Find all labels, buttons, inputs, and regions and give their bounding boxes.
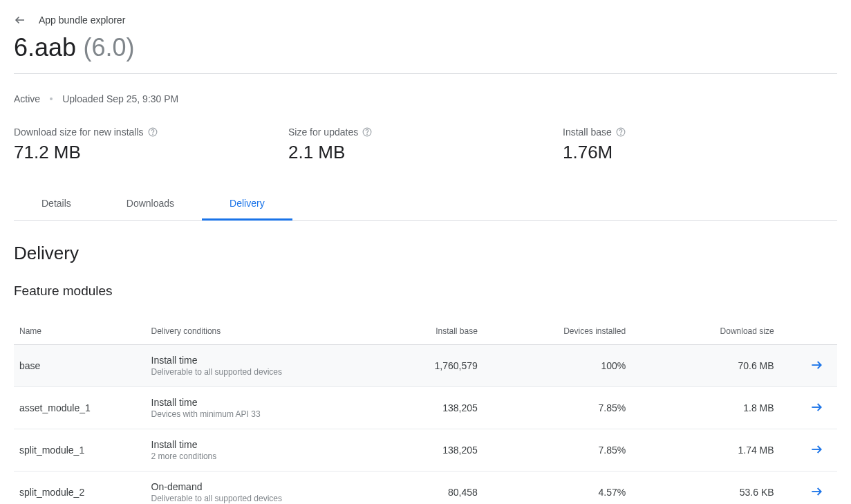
- col-name: Name: [14, 318, 146, 345]
- col-devices: Devices installed: [483, 318, 631, 345]
- table-row[interactable]: baseInstall timeDeliverable to all suppo…: [14, 345, 837, 387]
- help-icon[interactable]: [362, 127, 372, 137]
- arrow-right-icon[interactable]: [810, 442, 823, 456]
- section-title: Delivery: [14, 243, 837, 264]
- help-icon[interactable]: [616, 127, 626, 137]
- svg-point-4: [367, 134, 368, 135]
- arrow-right-icon[interactable]: [810, 358, 823, 372]
- back-arrow-icon[interactable]: [14, 14, 26, 26]
- cell-name: base: [14, 345, 146, 387]
- cell-name: split_module_2: [14, 472, 146, 505]
- cell-install-base: 80,458: [359, 472, 483, 505]
- status-uploaded: Uploaded Sep 25, 9:30 PM: [62, 93, 178, 104]
- tab-downloads[interactable]: Downloads: [99, 188, 202, 220]
- cell-arrow: [780, 472, 837, 505]
- status-separator-dot: [50, 97, 53, 100]
- metric-install-base: Install base 1.76M: [563, 127, 837, 163]
- metric-install-base-value: 1.76M: [563, 142, 837, 163]
- metric-install-base-label: Install base: [563, 127, 612, 138]
- metric-download-size-label: Download size for new installs: [14, 127, 144, 138]
- cell-arrow: [780, 429, 837, 472]
- arrow-right-icon[interactable]: [810, 485, 823, 498]
- cell-install-base: 138,205: [359, 429, 483, 472]
- tabs: Details Downloads Delivery: [14, 188, 837, 221]
- help-icon[interactable]: [148, 127, 158, 137]
- cell-conditions: Install time2 more conditions: [146, 429, 360, 472]
- cell-name: split_module_1: [14, 429, 146, 472]
- cell-install-base: 1,760,579: [359, 345, 483, 387]
- feature-modules-table: Name Delivery conditions Install base De…: [14, 318, 837, 504]
- cell-devices: 4.57%: [483, 472, 631, 505]
- svg-point-2: [152, 134, 153, 135]
- metric-download-size: Download size for new installs 71.2 MB: [14, 127, 288, 163]
- cell-name: asset_module_1: [14, 387, 146, 429]
- svg-point-6: [621, 134, 621, 135]
- breadcrumb-label[interactable]: App bundle explorer: [39, 15, 125, 26]
- cell-conditions: On-demandDeliverable to all supported de…: [146, 472, 360, 505]
- cell-devices: 7.85%: [483, 429, 631, 472]
- bundle-name: 6.aab: [14, 33, 76, 62]
- tab-delivery[interactable]: Delivery: [202, 188, 292, 221]
- metric-update-size-label: Size for updates: [288, 127, 358, 138]
- col-conditions: Delivery conditions: [146, 318, 360, 345]
- cell-arrow: [780, 387, 837, 429]
- cell-devices: 7.85%: [483, 387, 631, 429]
- col-download-size: Download size: [631, 318, 779, 345]
- cell-download-size: 53.6 KB: [631, 472, 779, 505]
- cell-conditions: Install timeDevices with minimum API 33: [146, 387, 360, 429]
- cell-download-size: 1.8 MB: [631, 387, 779, 429]
- metric-download-size-value: 71.2 MB: [14, 142, 288, 163]
- metric-update-size-value: 2.1 MB: [288, 142, 563, 163]
- status-active: Active: [14, 93, 40, 104]
- cell-download-size: 1.74 MB: [631, 429, 779, 472]
- cell-conditions: Install timeDeliverable to all supported…: [146, 345, 360, 387]
- bundle-version: (6.0): [84, 33, 135, 62]
- cell-devices: 100%: [483, 345, 631, 387]
- cell-install-base: 138,205: [359, 387, 483, 429]
- arrow-right-icon[interactable]: [810, 400, 823, 414]
- table-row[interactable]: split_module_1Install time2 more conditi…: [14, 429, 837, 472]
- table-row[interactable]: asset_module_1Install timeDevices with m…: [14, 387, 837, 429]
- cell-download-size: 70.6 MB: [631, 345, 779, 387]
- metric-update-size: Size for updates 2.1 MB: [288, 127, 563, 163]
- tab-details[interactable]: Details: [14, 188, 99, 220]
- cell-arrow: [780, 345, 837, 387]
- table-row[interactable]: split_module_2On-demandDeliverable to al…: [14, 472, 837, 505]
- col-install-base: Install base: [359, 318, 483, 345]
- subsection-title: Feature modules: [14, 283, 837, 299]
